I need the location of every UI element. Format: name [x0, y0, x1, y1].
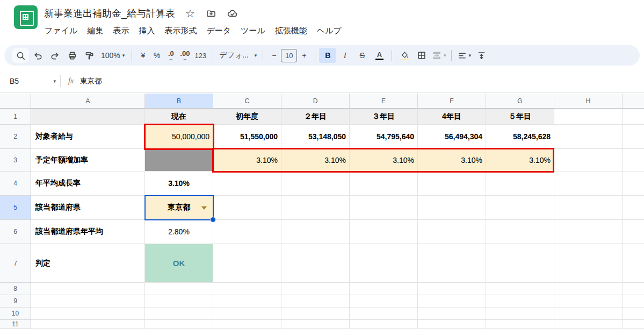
cell-I8[interactable]	[623, 283, 644, 295]
cell-H7[interactable]	[554, 244, 623, 283]
row-header-5[interactable]: 5	[0, 196, 31, 220]
cell-A7[interactable]: 判定	[31, 244, 145, 283]
cell-F7[interactable]	[418, 244, 486, 283]
cell-D2[interactable]: 53,148,050	[281, 125, 350, 149]
cell-A9[interactable]	[31, 295, 145, 307]
cell-E4[interactable]	[350, 171, 418, 196]
format-percent-button[interactable]: %	[150, 48, 164, 63]
column-header-partial[interactable]	[623, 94, 644, 109]
font-size-input[interactable]: 10	[281, 49, 297, 62]
cell-E2[interactable]: 54,795,640	[350, 125, 418, 149]
merge-cells-button[interactable]: ▾	[430, 48, 447, 63]
cell-H6[interactable]	[554, 220, 623, 244]
star-icon[interactable]: ☆	[184, 8, 196, 19]
cell-B3[interactable]	[145, 149, 213, 171]
column-header-a[interactable]: A	[31, 94, 145, 109]
cell-C7[interactable]	[213, 244, 281, 283]
borders-button[interactable]	[413, 48, 430, 63]
row-header-11[interactable]: 11	[0, 320, 31, 329]
cell-A2[interactable]: 対象者給与	[31, 125, 145, 149]
cell-F5[interactable]	[418, 196, 486, 220]
cell-H1[interactable]	[554, 109, 623, 125]
cell-F11[interactable]	[418, 320, 486, 329]
cell-I10[interactable]	[623, 307, 644, 320]
cell-B10[interactable]	[145, 307, 213, 320]
cell-E1[interactable]: ３年目	[350, 109, 418, 125]
cell-B2[interactable]: 50,000,000	[145, 125, 213, 149]
cell-A1[interactable]	[31, 109, 145, 125]
cell-E6[interactable]	[350, 220, 418, 244]
cell-D11[interactable]	[281, 320, 350, 329]
cell-G10[interactable]	[486, 307, 554, 320]
cell-B8[interactable]	[145, 283, 213, 295]
cell-D5[interactable]	[281, 196, 350, 220]
menu-extensions[interactable]: 拡張機能	[270, 24, 312, 38]
formula-input[interactable]: 東京都	[80, 76, 102, 86]
cell-B5[interactable]: 東京都	[145, 196, 213, 220]
cell-G6[interactable]	[486, 220, 554, 244]
cell-G2[interactable]: 58,245,628	[486, 125, 554, 149]
name-box[interactable]: B5 ▾	[0, 77, 60, 85]
cell-C6[interactable]	[213, 220, 281, 244]
column-header-h[interactable]: H	[554, 94, 623, 109]
cell-G3[interactable]: 3.10%	[486, 149, 554, 171]
cell-A8[interactable]	[31, 283, 145, 295]
zoom-control[interactable]: 100% ▾	[98, 51, 128, 60]
font-family-select[interactable]: デフォ... ▾	[217, 51, 259, 60]
cell-E8[interactable]	[350, 283, 418, 295]
cell-D4[interactable]	[281, 171, 350, 196]
increase-decimal-button[interactable]: .00→	[178, 48, 192, 63]
cell-B11[interactable]	[145, 320, 213, 329]
cell-B9[interactable]	[145, 295, 213, 307]
format-currency-button[interactable]: ¥	[136, 48, 150, 63]
cell-I1[interactable]	[623, 109, 644, 125]
cell-A5[interactable]: 該当都道府県	[31, 196, 145, 220]
menu-data[interactable]: データ	[201, 24, 236, 38]
dropdown-arrow-icon[interactable]	[201, 206, 207, 210]
redo-button[interactable]	[46, 48, 63, 63]
cell-H8[interactable]	[554, 283, 623, 295]
column-header-d[interactable]: D	[281, 94, 350, 109]
decrease-font-size-button[interactable]: −	[267, 48, 281, 63]
cell-I9[interactable]	[623, 295, 644, 307]
cell-C5[interactable]	[213, 196, 281, 220]
cell-E7[interactable]	[350, 244, 418, 283]
menu-insert[interactable]: 挿入	[134, 24, 160, 38]
row-header-8[interactable]: 8	[0, 283, 31, 295]
cell-C10[interactable]	[213, 307, 281, 320]
cell-G5[interactable]	[486, 196, 554, 220]
cell-C1[interactable]: 初年度	[213, 109, 281, 125]
move-to-folder-icon[interactable]	[205, 8, 217, 19]
increase-font-size-button[interactable]: +	[297, 48, 311, 63]
italic-button[interactable]: I	[336, 48, 353, 63]
menu-file[interactable]: ファイル	[40, 24, 82, 38]
cell-B6[interactable]: 2.80%	[145, 220, 213, 244]
cell-F3[interactable]: 3.10%	[418, 149, 486, 171]
cell-I7[interactable]	[623, 244, 644, 283]
cell-D9[interactable]	[281, 295, 350, 307]
cell-D3[interactable]: 3.10%	[281, 149, 350, 171]
cell-D6[interactable]	[281, 220, 350, 244]
column-header-e[interactable]: E	[350, 94, 418, 109]
cell-A10[interactable]	[31, 307, 145, 320]
cell-B1[interactable]: 現在	[145, 109, 213, 125]
cell-A3[interactable]: 予定年額増加率	[31, 149, 145, 171]
print-button[interactable]	[63, 48, 81, 63]
cell-C2[interactable]: 51,550,000	[213, 125, 281, 149]
document-title[interactable]: 新事業進出補助金_給与計算表	[44, 7, 175, 20]
row-header-9[interactable]: 9	[0, 295, 31, 307]
cell-C4[interactable]	[213, 171, 281, 196]
cell-B7[interactable]: OK	[145, 244, 213, 283]
cell-H5[interactable]	[554, 196, 623, 220]
cell-D1[interactable]: ２年目	[281, 109, 350, 125]
cell-I5[interactable]	[623, 196, 644, 220]
cell-H11[interactable]	[554, 320, 623, 329]
cell-I2[interactable]	[623, 125, 644, 149]
cell-E9[interactable]	[350, 295, 418, 307]
row-header-1[interactable]: 1	[0, 109, 31, 125]
cell-D7[interactable]	[281, 244, 350, 283]
row-header-4[interactable]: 4	[0, 171, 31, 196]
decrease-decimal-button[interactable]: .0←	[164, 48, 178, 63]
column-header-b[interactable]: B	[145, 94, 213, 109]
cell-D10[interactable]	[281, 307, 350, 320]
